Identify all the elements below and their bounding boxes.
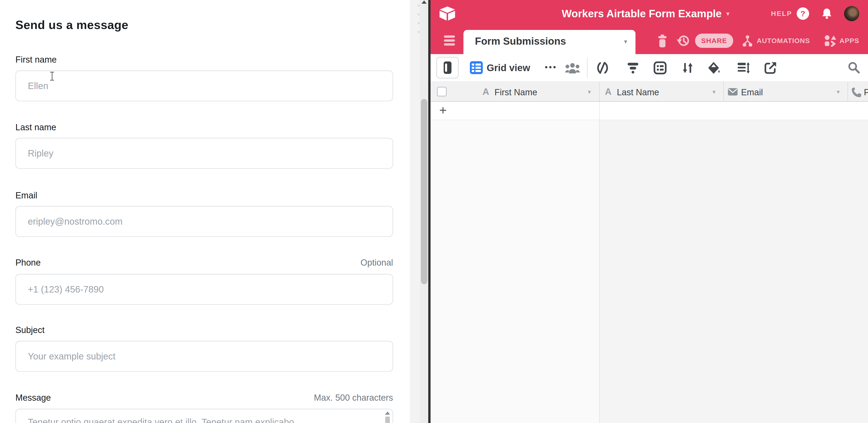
airtable-logo-icon[interactable] — [438, 4, 456, 23]
form-scrollbar-gutter — [410, 0, 428, 423]
notifications-bell-icon[interactable] — [821, 8, 833, 19]
textarea-scrollbar-thumb[interactable] — [385, 417, 390, 423]
message-textarea[interactable] — [16, 409, 393, 423]
base-title: Workers Airtable Form Example — [562, 7, 721, 20]
chevron-down-icon[interactable]: ▾ — [713, 88, 715, 95]
select-all-checkbox[interactable] — [437, 87, 447, 96]
frozen-column-background — [431, 120, 599, 423]
history-icon[interactable] — [676, 34, 690, 48]
apps-icon — [824, 35, 836, 47]
email-field-type-icon — [728, 87, 738, 96]
apps-label: APPS — [839, 37, 859, 44]
first-name-label: First name — [16, 55, 57, 65]
collaborators-icon[interactable] — [565, 62, 580, 74]
automations-button[interactable]: AUTOMATIONS — [742, 27, 810, 54]
panel-icon — [444, 61, 452, 74]
row-height-icon[interactable] — [737, 61, 750, 74]
textarea-scrollbar[interactable] — [384, 411, 391, 423]
user-avatar[interactable] — [844, 6, 859, 21]
chevron-down-icon[interactable]: ▾ — [588, 88, 591, 95]
scroll-up-arrow-icon[interactable] — [422, 0, 427, 4]
subject-label: Subject — [16, 325, 44, 335]
subject-input[interactable] — [16, 341, 393, 372]
screenshot-root: Send us a message First name Last name E… — [0, 0, 868, 423]
sort-icon[interactable] — [681, 61, 694, 74]
phone-label: Phone — [16, 258, 41, 268]
tab-form-submissions[interactable]: Form Submissions ▾ — [463, 30, 636, 54]
column-header-email[interactable]: Email — [741, 87, 763, 97]
text-field-type-icon: A — [483, 87, 489, 97]
group-icon[interactable] — [654, 61, 666, 74]
hide-fields-icon[interactable] — [596, 61, 609, 74]
base-title-menu[interactable]: Workers Airtable Form Example ▾ — [536, 0, 755, 27]
hamburger-menu-icon[interactable] — [444, 35, 455, 46]
search-icon[interactable] — [847, 61, 860, 74]
contact-form-panel: Send us a message First name Last name E… — [0, 0, 410, 423]
add-row-plus-icon[interactable]: + — [437, 102, 450, 120]
last-name-label: Last name — [16, 122, 56, 132]
share-button[interactable]: SHARE — [695, 34, 733, 48]
grid-header-row: A First Name ▾ A Last Name ▾ Email ▾ Pho… — [431, 82, 868, 102]
toolbar-divider — [587, 58, 588, 78]
trash-icon[interactable] — [657, 34, 668, 48]
frozen-column-divider — [599, 102, 599, 120]
apps-button[interactable]: APPS — [824, 27, 859, 54]
last-name-input[interactable] — [16, 138, 393, 169]
automations-icon — [742, 35, 753, 47]
frozen-column-divider — [599, 120, 599, 423]
scroll-up-arrow-icon[interactable] — [385, 412, 390, 415]
message-maxchars-note: Max. 500 characters — [314, 393, 393, 403]
email-label: Email — [16, 190, 37, 201]
page-scrollbar-thumb[interactable] — [421, 99, 427, 284]
view-sidebar-toggle-button[interactable] — [436, 57, 459, 79]
divider-grip-dot — [418, 13, 420, 16]
airtable-top-bar: Workers Airtable Form Example ▾ HELP ? — [431, 0, 868, 27]
form-title: Send us a message — [16, 18, 128, 32]
grid-add-row[interactable]: + — [431, 102, 868, 120]
text-cursor-pointer — [49, 71, 55, 81]
chevron-down-icon: ▾ — [726, 10, 730, 18]
message-label: Message — [16, 393, 51, 403]
chevron-down-icon[interactable]: ▾ — [624, 38, 627, 46]
airtable-panel: Workers Airtable Form Example ▾ HELP ? F… — [431, 0, 868, 423]
column-header-phone[interactable]: Phone — [864, 87, 868, 97]
view-toolbar: Grid view — [431, 54, 868, 82]
help-button[interactable]: HELP — [771, 0, 792, 27]
divider-grip-dot — [418, 22, 420, 24]
help-question-icon[interactable]: ? — [797, 7, 809, 20]
chevron-down-icon[interactable]: ▾ — [837, 88, 840, 95]
grid-view-icon — [470, 61, 483, 74]
email-input[interactable] — [16, 206, 393, 237]
view-more-options-icon[interactable] — [545, 66, 556, 68]
grid-empty-area — [431, 120, 868, 423]
share-view-icon[interactable] — [764, 61, 777, 74]
table-name: Form Submissions — [475, 35, 566, 47]
divider-grip-dot — [418, 31, 420, 33]
phone-optional-note: Optional — [361, 258, 393, 268]
column-header-last-name[interactable]: Last Name — [617, 87, 659, 97]
view-name[interactable]: Grid view — [487, 62, 530, 73]
first-name-input[interactable] — [16, 70, 393, 101]
filter-icon[interactable] — [626, 61, 640, 74]
phone-field-type-icon — [851, 87, 862, 98]
automations-label: AUTOMATIONS — [757, 37, 810, 44]
phone-input[interactable] — [16, 274, 393, 305]
window-separator — [428, 0, 431, 423]
divider-grip-dot — [418, 5, 420, 7]
text-field-type-icon: A — [605, 87, 612, 97]
table-tabs-bar: Form Submissions ▾ SHARE — [431, 27, 868, 54]
color-icon[interactable] — [708, 61, 720, 74]
column-header-first-name[interactable]: First Name — [495, 87, 537, 97]
